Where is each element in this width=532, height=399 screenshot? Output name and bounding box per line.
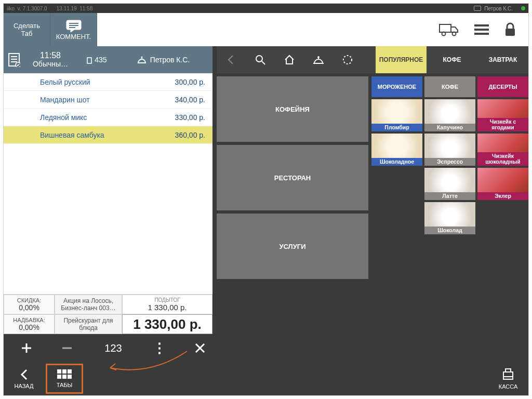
order-header: 11:58 Обычны… 435 Петров К.С. [4, 46, 212, 73]
subtotal-cell: ПОДЫТОГ 1 330,00 р. [122, 295, 212, 314]
svg-rect-9 [474, 33, 489, 35]
home-icon[interactable] [275, 46, 304, 73]
product-label: Латте [424, 192, 475, 200]
subcategory[interactable]: МОРОЖЕНОЕ [371, 76, 422, 97]
promo-button[interactable]: Акция на Лосось, Бизнес-ланч 003… [55, 295, 122, 314]
product-label: Чизкейк с ягодами [477, 118, 528, 131]
back-button[interactable]: НАЗАД [4, 362, 44, 395]
grand-total: 1 330,00 р. [122, 314, 212, 334]
svg-point-19 [318, 57, 320, 58]
grid-icon [57, 369, 72, 380]
category-tab[interactable]: КОФЕ [427, 46, 477, 73]
line-name: Ледяной микс [40, 113, 175, 122]
product-tile[interactable]: Капучино [424, 99, 475, 131]
comment-icon [65, 19, 82, 33]
waiter-icon [137, 56, 147, 64]
svg-rect-7 [474, 24, 489, 26]
big-category[interactable]: КОФЕЙНЯ [217, 76, 368, 142]
product-label: Эклер [477, 192, 528, 200]
subcategory[interactable]: КОФЕ [424, 76, 475, 97]
product-label: Шоколад [424, 227, 475, 234]
delivery-icon[interactable] [439, 23, 459, 36]
svg-rect-21 [57, 369, 61, 374]
product-tile[interactable]: Чизкейк с ягодами [477, 99, 528, 131]
line-price: 340,00 р. [175, 96, 205, 104]
menu-icon[interactable] [474, 24, 489, 35]
search-icon[interactable] [246, 46, 275, 73]
svg-point-15 [16, 62, 20, 67]
comment-button[interactable]: КОММЕНТ. [50, 13, 97, 46]
ops-row: 123 ⋮ [4, 334, 212, 362]
app-time: 11:58 [79, 6, 92, 11]
order-line[interactable]: Мандарин шот340,00 р. [4, 91, 212, 109]
line-price: 360,00 р. [175, 131, 205, 139]
category-tab[interactable]: ПОПУЛЯРНОЕ [376, 46, 427, 73]
line-price: 300,00 р. [175, 78, 205, 86]
scale-icon[interactable] [304, 46, 333, 73]
discount-cell[interactable]: СКИДКА: 0,00% [4, 295, 55, 314]
lock-icon[interactable] [504, 22, 516, 37]
svg-rect-16 [87, 58, 91, 63]
svg-rect-27 [503, 372, 513, 379]
svg-rect-25 [62, 375, 66, 379]
line-name: Вишневая самбука [40, 131, 175, 139]
svg-point-17 [141, 57, 142, 58]
product-tile[interactable]: Латте [424, 168, 475, 200]
product-tile[interactable]: Эспрессо [424, 134, 475, 166]
titlebar: iiko v. 7.1.3007.0 13.11.19 11:58 Петров… [4, 4, 528, 13]
nav-back-icon[interactable] [217, 46, 246, 73]
big-category[interactable]: РЕСТОРАН [217, 145, 368, 210]
guest-icon [86, 57, 92, 64]
svg-point-20 [343, 56, 352, 64]
chevron-left-icon [19, 368, 29, 381]
guest-count: 435 [95, 56, 107, 64]
svg-rect-4 [440, 24, 451, 32]
make-tab-button[interactable]: Сделать Таб [4, 13, 50, 46]
order-line[interactable]: Белый русский300,00 р. [4, 73, 212, 91]
svg-rect-24 [57, 375, 61, 379]
user-name: Петров К.С. [484, 6, 513, 11]
big-category[interactable]: УСЛУГИ [217, 214, 368, 279]
cash-button[interactable]: КАССА [488, 362, 528, 395]
category-tab[interactable]: ЗАВТРАК [477, 46, 528, 73]
product-tile[interactable]: Чизкейк шоколадный [477, 134, 528, 166]
minus-button[interactable] [49, 342, 85, 354]
product-label: Капучино [424, 124, 475, 131]
svg-rect-22 [62, 369, 66, 374]
subcategory[interactable]: ДЕСЕРТЫ [477, 76, 528, 97]
pricelist-button[interactable]: Прейскурант для блюда [55, 314, 122, 334]
order-mode: Обычны… [25, 60, 75, 69]
app-date: 13.11.19 [57, 6, 77, 11]
product-tile[interactable]: Шоколад [424, 202, 475, 234]
mail-icon[interactable] [474, 6, 481, 11]
svg-point-18 [256, 56, 262, 62]
svg-rect-26 [68, 375, 72, 379]
order-line[interactable]: Вишневая самбука360,00 р. [4, 126, 212, 144]
qty-display[interactable]: 123 [90, 342, 137, 354]
app-version: v. 7.1.3007.0 [18, 6, 47, 11]
plus-button[interactable] [9, 342, 44, 354]
product-label: Пломбир [371, 124, 422, 131]
loading-icon[interactable] [333, 46, 362, 73]
topbar: Сделать Таб КОММЕНТ. [4, 13, 528, 46]
product-tile[interactable]: Шоколадное [371, 134, 422, 166]
app-name: iiko [7, 6, 15, 11]
receipt-icon [8, 52, 20, 67]
product-tile[interactable]: Пломбир [371, 99, 422, 131]
status-dot-icon [521, 6, 525, 10]
svg-rect-28 [506, 369, 511, 372]
order-time: 11:58 [25, 51, 75, 60]
product-tile[interactable]: Эклер [477, 168, 528, 200]
svg-rect-23 [68, 369, 72, 374]
more-button[interactable]: ⋮ [142, 340, 177, 356]
line-price: 330,00 р. [175, 113, 205, 122]
order-line[interactable]: Ледяной микс330,00 р. [4, 109, 212, 126]
line-name: Белый русский [40, 78, 175, 86]
tabs-button[interactable]: ТАБЫ [44, 362, 85, 395]
product-label: Шоколадное [371, 158, 422, 166]
surcharge-cell[interactable]: НАДБАВКА: 0,00% [4, 314, 55, 334]
svg-rect-10 [506, 29, 515, 36]
line-name: Мандарин шот [40, 96, 175, 104]
delete-button[interactable] [182, 342, 218, 354]
waiter-name: Петров К.С. [150, 56, 190, 64]
